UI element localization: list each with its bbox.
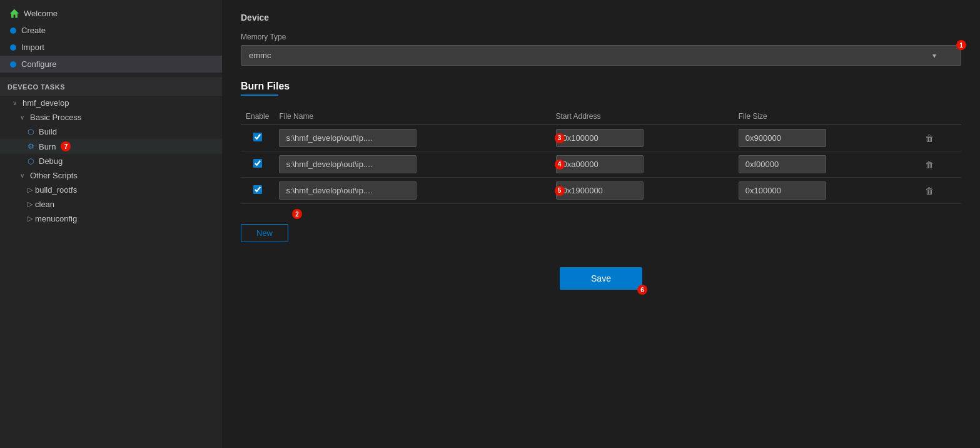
tasks-header-label: DEVECO TASKS xyxy=(8,83,65,91)
tree-item-clean[interactable]: ▷ clean xyxy=(0,197,222,211)
table-row: 4🗑 xyxy=(241,151,961,178)
col-header-filename: File Name xyxy=(274,108,550,125)
row-badge-5: 5 xyxy=(555,186,565,196)
burn-files-table: Enable File Name Start Address File Size… xyxy=(241,108,961,204)
col-header-file-size: File Size xyxy=(734,108,916,125)
file-enable-checkbox[interactable] xyxy=(253,133,262,141)
burn-files-title: Burn Files xyxy=(241,81,961,92)
sidebar-item-configure[interactable]: Configure xyxy=(0,56,222,73)
new-button-badge: 2 xyxy=(292,209,302,219)
enable-cell xyxy=(241,178,274,204)
device-title: Device xyxy=(241,13,961,23)
tasks-header: DEVECO TASKS xyxy=(0,78,222,96)
build-icon: ⬡ xyxy=(28,128,36,136)
new-button[interactable]: New xyxy=(241,224,288,242)
filename-cell: 4 xyxy=(274,151,550,178)
tree-label-hmf-develop: hmf_develop xyxy=(23,98,69,108)
file-size-cell xyxy=(734,178,916,204)
enable-cell xyxy=(241,151,274,178)
save-button-wrapper: Save 6 xyxy=(560,267,642,290)
tree-label-build-rootfs: build_rootfs xyxy=(35,185,77,195)
sidebar-item-create-label: Create xyxy=(21,26,46,35)
filename-input[interactable] xyxy=(279,155,417,173)
tree-item-other-scripts[interactable]: ∨ Other Scripts xyxy=(0,168,222,183)
chevron-down-icon: ∨ xyxy=(13,99,20,107)
script-icon-menuconfig: ▷ xyxy=(28,215,33,223)
tree-label-basic-process: Basic Process xyxy=(30,113,81,122)
filename-cell: 3 xyxy=(274,125,550,151)
file-enable-checkbox[interactable] xyxy=(253,185,262,194)
memory-type-select[interactable]: emmc xyxy=(241,45,961,66)
filename-input[interactable] xyxy=(279,181,417,200)
tree-item-basic-process[interactable]: ∨ Basic Process xyxy=(0,110,222,125)
file-size-cell xyxy=(734,151,916,178)
delete-cell: 🗑 xyxy=(916,151,942,178)
tree-item-burn[interactable]: ⚙ Burn 7 xyxy=(0,139,222,154)
row-badge-3: 3 xyxy=(555,133,565,143)
row-badge-4: 4 xyxy=(555,160,565,170)
enable-cell xyxy=(241,125,274,151)
sidebar-item-import-label: Import xyxy=(21,43,44,52)
tree-item-debug[interactable]: ⬡ Debug xyxy=(0,154,222,168)
start-address-input[interactable] xyxy=(556,129,644,147)
filename-cell: 5 xyxy=(274,178,550,204)
burn-icon: ⚙ xyxy=(28,142,36,151)
tree-item-hmf-develop[interactable]: ∨ hmf_develop xyxy=(0,96,222,110)
start-address-input[interactable] xyxy=(556,181,644,200)
tree-label-debug: Debug xyxy=(39,156,63,166)
delete-cell: 🗑 xyxy=(916,178,942,204)
sidebar-item-welcome-label: Welcome xyxy=(24,9,58,18)
script-icon-build-rootfs: ▷ xyxy=(28,186,33,194)
burn-badge: 7 xyxy=(61,141,71,151)
tasks-section: DEVECO TASKS ∨ hmf_develop ∨ Basic Proce… xyxy=(0,78,222,448)
debug-icon: ⬡ xyxy=(28,157,36,166)
create-dot xyxy=(10,28,16,34)
sidebar-item-configure-label: Configure xyxy=(21,59,56,69)
tree-label-clean: clean xyxy=(35,200,54,209)
memory-type-badge: 1 xyxy=(956,40,966,50)
file-size-input[interactable] xyxy=(739,181,826,200)
sidebar-item-create[interactable]: Create xyxy=(0,22,222,39)
save-section: Save 6 xyxy=(241,267,961,290)
memory-type-label: Memory Type xyxy=(241,33,961,41)
file-size-input[interactable] xyxy=(739,129,826,147)
burn-files-underline xyxy=(241,94,278,96)
sidebar-item-welcome[interactable]: Welcome xyxy=(0,5,222,22)
configure-dot xyxy=(10,61,16,68)
tree-item-build[interactable]: ⬡ Build xyxy=(0,125,222,139)
chevron-expand-icon: ∨ xyxy=(20,114,28,121)
filename-input[interactable] xyxy=(279,129,417,147)
delete-row-button[interactable]: 🗑 xyxy=(921,132,937,145)
tree-label-build: Build xyxy=(39,127,57,136)
memory-type-wrapper: emmc ▾ 1 xyxy=(241,45,961,66)
script-icon-clean: ▷ xyxy=(28,200,33,208)
main-content: Device Memory Type emmc ▾ 1 Burn Files E… xyxy=(222,0,980,448)
file-size-cell xyxy=(734,125,916,151)
delete-cell: 🗑 xyxy=(916,125,942,151)
start-address-input[interactable] xyxy=(556,155,644,173)
save-button-badge: 6 xyxy=(637,285,647,295)
tree-label-burn: Burn xyxy=(39,142,56,151)
start-address-cell xyxy=(551,151,734,178)
tree-label-other-scripts: Other Scripts xyxy=(30,171,78,180)
device-section: Device Memory Type emmc ▾ 1 xyxy=(241,13,961,66)
sidebar-item-import[interactable]: Import xyxy=(0,39,222,56)
tree-item-build-rootfs[interactable]: ▷ build_rootfs xyxy=(0,183,222,197)
delete-row-button[interactable]: 🗑 xyxy=(921,158,937,171)
import-dot xyxy=(10,44,16,51)
tree-label-menuconfig: menuconfig xyxy=(35,214,77,223)
file-size-input[interactable] xyxy=(739,155,826,173)
delete-row-button[interactable]: 🗑 xyxy=(921,185,937,197)
home-icon xyxy=(10,9,19,18)
save-button[interactable]: Save xyxy=(560,267,642,290)
table-row: 3🗑 xyxy=(241,125,961,151)
new-button-wrapper: New 2 xyxy=(241,214,288,242)
sidebar-nav: Welcome Create Import Configure xyxy=(0,0,222,78)
tree-item-menuconfig[interactable]: ▷ menuconfig xyxy=(0,211,222,226)
sidebar: Welcome Create Import Configure DEVECO T… xyxy=(0,0,222,448)
burn-files-section: Burn Files Enable File Name Start Addres… xyxy=(241,81,961,242)
chevron-other-icon: ∨ xyxy=(20,172,28,180)
col-header-start-address: Start Address xyxy=(551,108,734,125)
file-enable-checkbox[interactable] xyxy=(253,159,262,168)
start-address-cell xyxy=(551,125,734,151)
